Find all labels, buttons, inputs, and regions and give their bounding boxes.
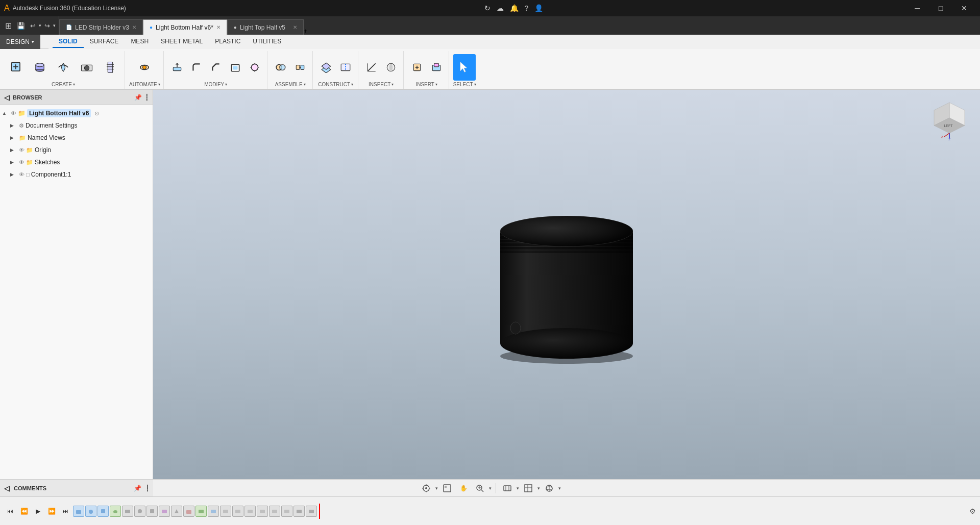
timeline-item-10[interactable] [183,506,194,517]
timeline-item-15[interactable] [244,506,256,517]
tab-light-bottom[interactable]: ● Light Bottom Half v6* ✕ [143,19,227,35]
snap-caret[interactable]: ▾ [435,486,438,491]
insert-label[interactable]: INSERT ▾ [415,82,437,89]
bell-icon[interactable]: 🔔 [508,2,521,14]
tree-doc-settings[interactable]: ▶ ⚙ Document Settings [0,119,153,132]
timeline-item-6[interactable] [134,506,145,517]
comments-pin-icon[interactable]: 📌 [134,485,141,492]
decal-button[interactable] [427,58,446,77]
tab-utilities[interactable]: UTILITIES [247,36,287,48]
hole-button[interactable] [76,54,98,81]
new-tab-button[interactable]: + [304,28,307,35]
timeline-item-12[interactable] [208,506,219,517]
appearance-caret[interactable]: ▾ [517,486,519,491]
pan-tool[interactable]: ✋ [456,481,471,495]
sketches-visibility-icon[interactable]: 👁 [19,159,24,165]
appearance-tool[interactable] [500,481,514,495]
maximize-button[interactable]: □ [929,0,952,16]
timeline-item-7[interactable] [146,506,158,517]
tab-solid[interactable]: SOLID [53,36,84,48]
press-pull-button[interactable] [168,58,186,77]
joint-button[interactable] [272,58,290,77]
timeline-item-1[interactable] [73,506,84,517]
undo-icon[interactable]: ↩ [28,20,38,32]
sketches-arrow[interactable]: ▶ [10,160,17,165]
automate-button[interactable] [133,54,156,81]
offset-plane-button[interactable] [317,58,335,77]
redo-arrow[interactable]: ▾ [53,23,56,28]
timeline-back-button[interactable]: ⏪ [18,505,30,517]
save-icon[interactable]: 💾 [15,20,27,32]
inspect-label[interactable]: INSPECT ▾ [369,82,394,89]
timeline-item-3[interactable] [97,506,109,517]
revolve-button[interactable] [52,54,75,81]
close-button[interactable]: ✕ [952,0,976,16]
as-built-joint-button[interactable] [291,58,309,77]
timeline-start-button[interactable]: ⏮ [4,505,16,517]
root-circle-icon[interactable]: ⊙ [94,110,99,117]
origin-arrow[interactable]: ▶ [10,147,17,153]
timeline-item-16[interactable] [257,506,268,517]
tab-close-icon[interactable]: ✕ [132,24,136,30]
new-component-button[interactable] [5,54,28,81]
create-label[interactable]: CREATE ▾ [52,82,75,89]
doc-settings-arrow[interactable]: ▶ [10,123,17,128]
modify-label[interactable]: MODIFY ▾ [204,82,227,89]
help-icon[interactable]: ? [523,2,531,14]
timeline-item-8[interactable] [159,506,170,517]
timeline-item-13[interactable] [220,506,231,517]
browser-more-icon[interactable]: ┆ [145,94,149,101]
tree-root-item[interactable]: ▲ 👁 📁 Light Bottom Half v6 ⊙ [0,107,153,119]
tab-sheet-metal[interactable]: SHEET METAL [155,36,209,48]
timeline-item-20[interactable] [306,506,317,517]
zoom-tool[interactable] [473,481,487,495]
zebra-analysis-button[interactable] [382,58,400,77]
grid-caret[interactable]: ▾ [537,486,540,491]
construct-label[interactable]: CONSTRUCT ▾ [318,82,353,89]
timeline-item-19[interactable] [293,506,305,517]
timeline-item-9[interactable] [171,506,182,517]
tree-named-views[interactable]: ▶ 📁 Named Views [0,132,153,144]
tab-close-active-icon[interactable]: ✕ [216,24,220,30]
chamfer-button[interactable] [207,58,225,77]
timeline-item-5[interactable] [122,506,133,517]
comments-collapse-icon[interactable]: ◁ [4,484,10,492]
tab-mesh[interactable]: MESH [125,36,155,48]
shell-button[interactable] [226,58,244,77]
fillet-button[interactable] [187,58,206,77]
select-button[interactable] [453,54,476,81]
timeline-play-button[interactable]: ▶ [32,505,44,517]
refresh-icon[interactable]: ↻ [482,2,493,14]
browser-pin-icon[interactable]: 📌 [134,94,142,101]
tab-plastic[interactable]: PLASTIC [209,36,247,48]
timeline-end-button[interactable]: ⏭ [59,505,71,517]
midplane-button[interactable] [336,58,355,77]
automate-label[interactable]: AUTOMATE ▾ [129,82,160,89]
tree-sketches[interactable]: ▶ 👁 📁 Sketches [0,156,153,168]
select-label[interactable]: SELECT ▾ [453,82,476,89]
browser-collapse-icon[interactable]: ◁ [4,93,10,102]
environment-tool[interactable] [542,481,556,495]
timeline-item-4[interactable] [110,506,121,517]
tab-led-strip[interactable]: 📄 LED Strip Holder v3 ✕ [59,19,143,35]
tab-close-top-icon[interactable]: ✕ [293,24,297,30]
component1-arrow[interactable]: ▶ [10,172,17,177]
named-views-arrow[interactable]: ▶ [10,135,17,140]
thread-button[interactable] [99,54,121,81]
root-visibility-icon[interactable]: 👁 [11,110,16,116]
redo-icon[interactable]: ↪ [42,20,52,32]
timeline-item-18[interactable] [281,506,292,517]
environment-caret[interactable]: ▾ [558,486,561,491]
undo-arrow[interactable]: ▾ [39,23,41,28]
assemble-label[interactable]: ASSEMBLE ▾ [275,82,306,89]
timeline-item-17[interactable] [269,506,280,517]
zoom-caret[interactable]: ▾ [489,486,492,491]
timeline-forward-button[interactable]: ⏩ [45,505,58,517]
view-cube[interactable]: LEFT Z X [929,100,970,141]
origin-visibility-icon[interactable]: 👁 [19,147,24,153]
timeline-item-2[interactable] [85,506,96,517]
comments-more-icon[interactable]: ┆ [145,485,149,492]
timeline-item-14[interactable] [232,506,243,517]
tree-component1[interactable]: ▶ 👁 □ Component1:1 [0,168,153,181]
root-collapse-icon[interactable]: ▲ [2,111,9,116]
